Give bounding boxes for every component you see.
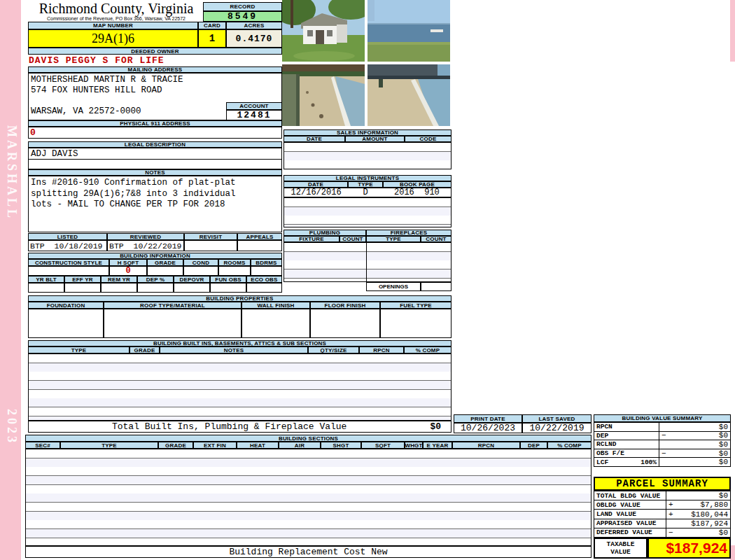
ps-obldg-label: OBLDG VALUE bbox=[594, 500, 666, 509]
funobs-label: FUN OBS bbox=[210, 276, 246, 283]
acres-label: ACRES bbox=[226, 22, 282, 29]
cond-value bbox=[183, 266, 218, 276]
sec-comp-label: % COMP bbox=[547, 442, 592, 449]
bvs-dep-label: DEP bbox=[594, 432, 659, 440]
ps-appraised-label: APPRAISED VALUE bbox=[594, 519, 666, 528]
margin-corner-top-right bbox=[730, 0, 735, 62]
cond-label: COND bbox=[183, 259, 218, 266]
bvs-rclnd-value: $0 bbox=[719, 440, 728, 449]
reviewed-label: REVIEWED bbox=[107, 233, 184, 240]
sec-eyear-label: E YEAR bbox=[423, 442, 452, 449]
ps-land-label: LAND VALUE bbox=[594, 510, 666, 518]
county-title: Richmond County, Virginia bbox=[28, 1, 204, 17]
fireplace-count-label: COUNT bbox=[421, 236, 451, 242]
ps-total-bldg-value: $0 bbox=[719, 491, 728, 500]
appeals-label: APPEALS bbox=[237, 233, 282, 240]
floor-finish-value bbox=[310, 309, 380, 338]
ps-land-op: + bbox=[668, 510, 673, 519]
ps-row-deferred: DEFERRED VALUE −$0 bbox=[594, 528, 730, 537]
card-value: 1 bbox=[198, 29, 226, 48]
bvs-rpcn-value: $0 bbox=[719, 423, 728, 431]
built-ins-label: BUILDING BUILT INS, BASEMENTS, ATTICS & … bbox=[28, 340, 451, 346]
fixture-count-label: COUNT bbox=[340, 236, 366, 242]
ps-row-land: LAND VALUE +$180,044 bbox=[594, 510, 730, 519]
legal-instruments-empty-rows bbox=[284, 197, 451, 227]
construction-style-value bbox=[28, 266, 109, 276]
grade-value bbox=[147, 266, 183, 276]
listed-label: LISTED bbox=[28, 233, 107, 240]
foundation-label: FOUNDATION bbox=[28, 302, 104, 309]
notes-box: Ins #2016-910 Confirmation of plat-plat … bbox=[28, 176, 282, 232]
legal-instruments-label: LEGAL INSTRUMENTS bbox=[284, 175, 451, 181]
openings-label: OPENINGS bbox=[366, 282, 421, 291]
ps-obldg-op: + bbox=[668, 500, 673, 509]
funobs-value bbox=[210, 283, 246, 293]
legal-description-label: LEGAL DESCRIPTION bbox=[28, 141, 282, 148]
appeals-value bbox=[237, 240, 282, 251]
yrblt-label: YR BLT bbox=[28, 276, 64, 283]
floor-finish-label: FLOOR FINISH bbox=[310, 302, 380, 309]
acres-value: 0.4170 bbox=[226, 29, 282, 48]
last-saved-value: 10/22/2019 bbox=[522, 423, 592, 433]
bvs-row-dep: DEP −$0 bbox=[594, 432, 730, 441]
remyr-label: REM YR bbox=[101, 276, 137, 283]
plumbing-fireplaces-divider bbox=[366, 243, 367, 281]
deeded-owner-label: DEEDED OWNER bbox=[28, 48, 282, 55]
sec-num-label: SEC# bbox=[25, 442, 60, 449]
wall-finish-value bbox=[241, 309, 310, 338]
fixture-label: FIXTURE bbox=[284, 236, 340, 242]
binder-side-label: MARSHALL bbox=[2, 112, 19, 234]
sec-dep-label: DEP bbox=[520, 442, 547, 449]
instrument-type-label: TYPE bbox=[348, 181, 383, 188]
binder-year-label: 2023 bbox=[2, 400, 19, 453]
sec-heat-label: HEAT bbox=[237, 442, 279, 449]
building-information-label: BUILDING INFORMATION bbox=[28, 253, 282, 259]
ps-row-obldg: OBLDG VALUE +$7,880 bbox=[594, 500, 730, 510]
bvs-dep-op: − bbox=[662, 431, 666, 440]
bvs-lcf-label: LCF bbox=[596, 458, 608, 466]
bvs-row-rpcn: RPCN $0 bbox=[594, 423, 730, 432]
record-label: RECORD bbox=[203, 2, 282, 11]
margin-corner-bottom-right bbox=[730, 545, 735, 560]
property-photo-bulkhead-1 bbox=[282, 64, 365, 126]
fuel-type-value bbox=[380, 309, 451, 338]
deeded-owner-value: DAVIS PEGGY S FOR LIFE bbox=[29, 55, 281, 66]
ecoobs-label: ECO OBS bbox=[246, 276, 282, 283]
sales-empty-rows bbox=[284, 142, 451, 169]
bvs-obs-label: OBS F/E bbox=[594, 449, 659, 458]
property-photo-waterfront bbox=[368, 0, 450, 62]
sec-whgt-label: WHGT bbox=[405, 442, 423, 449]
dep-pct-label: DEP % bbox=[137, 276, 174, 283]
ps-row-appraised: APPRAISED VALUE $187,924 bbox=[594, 519, 730, 528]
depovr-label: DEPOVR bbox=[174, 276, 210, 283]
instrument-bookpage-label: BOOK PAGE bbox=[383, 181, 451, 188]
instrument-date-label: DATE bbox=[284, 181, 348, 188]
map-number-value: 29A(1)6 bbox=[28, 29, 198, 48]
notes-line-3: lots - MAIL TO CHANGE PER TP FOR 2018 bbox=[31, 200, 281, 211]
mailing-line-2: 574 FOX HUNTERS HILL ROAD bbox=[31, 85, 281, 96]
building-replacement-note: Building Replacement Cost New bbox=[25, 546, 592, 558]
revisit-value bbox=[184, 240, 237, 251]
bvs-rpcn-label: RPCN bbox=[594, 423, 659, 431]
effyr-label: EFF YR bbox=[64, 276, 101, 283]
parcel-summary-table: TOTAL BLDG VALUE $0 OBLDG VALUE +$7,880 … bbox=[594, 491, 731, 538]
bdrms-label: BDRMS bbox=[251, 259, 282, 266]
legal-description-box: ADJ DAVIS bbox=[28, 148, 282, 169]
ps-land-value: $180,044 bbox=[691, 510, 728, 519]
record-value: 8549 bbox=[203, 11, 282, 22]
remyr-value bbox=[101, 283, 137, 293]
ecoobs-value bbox=[246, 283, 282, 293]
sales-date-label: DATE bbox=[284, 136, 345, 142]
building-value-summary-table: RPCN $0 DEP −$0 RCLND $0 OBS F/E −$0 LCF… bbox=[594, 422, 731, 467]
built-ins-type-label: TYPE bbox=[28, 346, 130, 354]
grade-label: GRADE bbox=[147, 259, 183, 266]
built-ins-total-row: Total Built Ins, Plumbing & Fireplace Va… bbox=[28, 421, 451, 433]
sec-rpcn-label: RPCN bbox=[452, 442, 520, 449]
ps-deferred-value: $0 bbox=[719, 528, 728, 537]
map-number-label: MAP NUMBER bbox=[28, 22, 198, 29]
building-sections-empty-rows bbox=[25, 449, 592, 546]
building-sections-label: BUILDING SECTIONS bbox=[25, 435, 592, 442]
hsqft-label: H SQFT bbox=[109, 259, 147, 266]
notes-line-1: Ins #2016-910 Confirmation of plat-plat bbox=[31, 178, 281, 189]
listed-value: BTP 10/18/2019 bbox=[28, 240, 107, 251]
